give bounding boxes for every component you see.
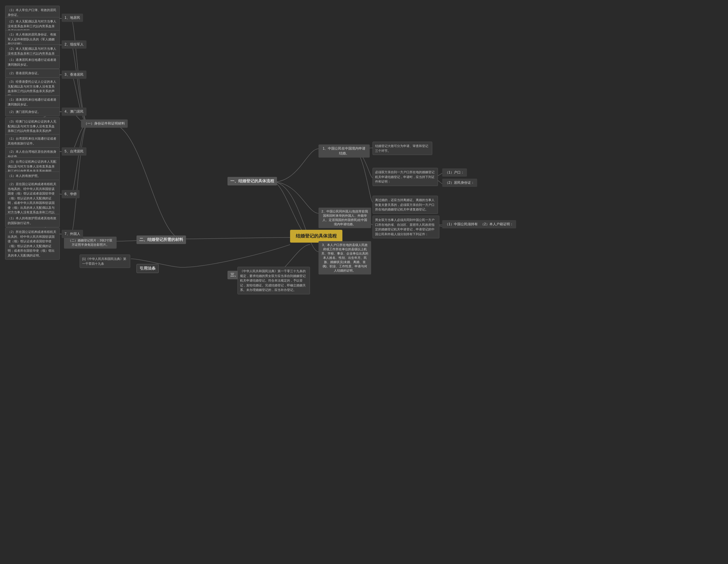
sub-node-1-1[interactable]: 1、中国公民在中国境内申请结婚。 xyxy=(319,144,370,158)
detail-box-1-1-1: 结婚登记大致可分为申请、审查和登记三个环节。 xyxy=(373,142,432,155)
branch-node-2[interactable]: 二、结婚登记所需的材料 xyxy=(137,235,186,244)
sub-node-1-2[interactable]: 2、中国公民同外国人(包括常驻我国和回时来华的外国人、外籍华人、定居我国的外国侨… xyxy=(319,208,371,228)
category-2[interactable]: 2、现役军人 xyxy=(62,40,86,49)
text-4-1: （1）港澳居民来往地通行证或者港澳同胞回乡证。 xyxy=(5,95,60,109)
sub-node-2-2[interactable]: （二）婚姻登记照片：3张2寸双方证照半身免冠合影照片。 xyxy=(64,237,117,249)
central-node: 结婚登记的具体流程 xyxy=(290,230,342,243)
item-2-2: （2）本人户籍证明： xyxy=(478,220,516,228)
item-1-1: （1）户口： xyxy=(442,168,467,177)
detail-box-1-2-1: 男女双方当事人必须共同到中国公民一方户口所在地的省、自治区、直辖市人民政府指定的… xyxy=(373,216,439,238)
text-7-1: （1）本人的有效护照或者其他有效的国际旅行证件。 xyxy=(5,214,60,227)
category-4[interactable]: 4、澳门居民 xyxy=(62,108,86,116)
category-3[interactable]: 3、香港居民 xyxy=(62,71,86,79)
text-6-1: （1）本人的有效护照。 xyxy=(5,172,60,180)
text-7-2: （2）所在国公证机构或者有权机关出具的、经中华人民共和国驻该国使（领）馆认证或者… xyxy=(5,228,60,260)
connections-svg xyxy=(0,0,728,564)
text-5-1: （1）台湾居民来往大陆通行证或者其他有效旅行证件。 xyxy=(5,134,60,148)
citation-box: [1]《中华人民共和国民法典》第一千零四十九条 xyxy=(80,255,130,268)
item-1-2: （2）居民身份证： xyxy=(442,179,477,187)
category-1[interactable]: 1、地居民 xyxy=(62,14,83,22)
category-6[interactable]: 6、华侨 xyxy=(62,190,80,198)
text-3-2: （2）香港居民身份证。 xyxy=(5,69,60,78)
sub-node-2-1[interactable]: （一）身份证件和证明材料 xyxy=(81,119,128,128)
branch-node-4[interactable]: 引用法条 xyxy=(137,264,159,273)
detail-box-1-1-2: 必须双方亲自到一方户口所在地的婚姻登记机关申请结婚登记，申请时，应当持下列证件和… xyxy=(373,168,438,186)
category-7[interactable]: 7、外国人 xyxy=(62,230,83,238)
branch-node-1[interactable]: 一、结婚登记的具体流程 xyxy=(227,177,277,185)
detail-box-1-1-3: 离过婚的，还应当持离婚证。离婚的当事人恢复夫妻关系的，必须双方亲自到一方户口所在… xyxy=(373,196,438,214)
law-text-box: 《中华人民共和国民法典》第一千零三十九条的规定，要求结婚的男女双方应当亲自到婚姻… xyxy=(237,267,310,294)
text-3-1: （1）港澳居民来往地通行证或者港澳同胞回乡证。 xyxy=(5,55,60,69)
category-5[interactable]: 5、台湾居民 xyxy=(62,147,86,156)
mind-map: 结婚登记的具体流程 一、结婚登记的具体流程 二、结婚登记所需的材料 三、法律依据… xyxy=(0,0,728,564)
text-4-2: （2）澳门居民身份证。 xyxy=(5,108,60,116)
sub-node-1-3[interactable]: 3、本人户口所在地的县级人民政府或工作所在单位的县级以上机关、学校、事业、企业单… xyxy=(319,241,371,274)
